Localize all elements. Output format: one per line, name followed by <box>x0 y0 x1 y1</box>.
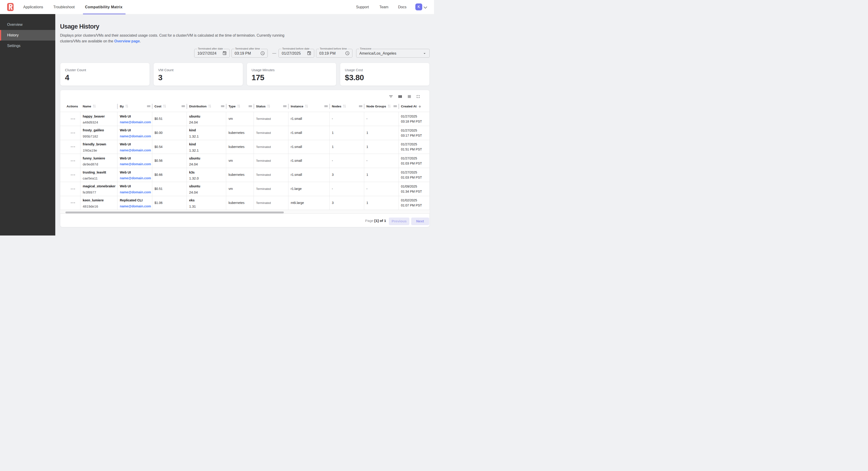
sort-icon[interactable] <box>305 105 308 109</box>
row-actions-button[interactable] <box>71 146 81 147</box>
calendar-icon[interactable] <box>307 51 311 56</box>
column-header-node_groups[interactable]: Node Groups <box>364 100 399 112</box>
nav-tab-applications[interactable]: Applications <box>23 0 43 14</box>
creator-email[interactable]: name@domain.com <box>120 147 152 153</box>
main-content: Usage History Displays prior clusters/VM… <box>55 14 434 235</box>
column-header-type[interactable]: Type <box>226 100 254 112</box>
date-range-separator: — <box>272 51 276 56</box>
nav-link-support[interactable]: Support <box>356 0 369 14</box>
column-menu-icon[interactable] <box>147 105 150 109</box>
column-header-by[interactable]: By <box>118 100 152 112</box>
row-node-groups-cell: - <box>364 112 399 126</box>
sidebar-item-overview[interactable]: Overview <box>0 19 55 30</box>
row-actions-button[interactable] <box>71 132 81 134</box>
column-menu-icon[interactable] <box>182 105 185 109</box>
sort-icon[interactable] <box>343 105 346 109</box>
filter-icon[interactable] <box>389 94 393 99</box>
page-label: Page <box>365 217 373 225</box>
instance-value: m6i.large <box>291 200 330 206</box>
creator-email[interactable]: name@domain.com <box>120 119 152 125</box>
terminated-after-date-field[interactable]: Terminated after date 10/27/2024 <box>194 49 230 58</box>
column-header-nodes[interactable]: Nodes <box>330 100 364 112</box>
column-menu-icon[interactable] <box>394 105 397 109</box>
distribution-name: ubuntu <box>189 183 226 189</box>
columns-icon[interactable] <box>398 94 402 99</box>
calendar-icon[interactable] <box>222 51 227 56</box>
column-menu-icon[interactable] <box>249 105 252 109</box>
column-header-instance[interactable]: Instance <box>288 100 330 112</box>
row-nodes-cell: 3 <box>330 168 364 182</box>
created-by: Replicated CLI <box>120 198 152 203</box>
fullscreen-icon[interactable] <box>416 94 421 99</box>
row-actions-button[interactable] <box>71 174 81 176</box>
row-nodes-cell: - <box>330 154 364 168</box>
nav-tab-compatibility-matrix[interactable]: Compatibility Matrix <box>85 0 123 14</box>
column-menu-icon[interactable] <box>221 105 224 109</box>
creator-email[interactable]: name@domain.com <box>120 203 152 209</box>
previous-page-button[interactable]: Previous <box>389 217 409 225</box>
cluster-id: cae5ea11 <box>83 175 117 181</box>
column-header-distribution[interactable]: Distribution <box>187 100 226 112</box>
cluster-id: 995b7182 <box>83 134 117 139</box>
sort-icon[interactable] <box>93 105 96 109</box>
row-name-cell: happy_beavera48d9324 <box>81 112 118 126</box>
page-description: Displays prior clusters/VMs and their as… <box>60 32 284 44</box>
column-header-cost[interactable]: Cost <box>152 100 187 112</box>
sort-icon[interactable] <box>208 105 211 109</box>
nav-link-docs[interactable]: Docs <box>398 0 406 14</box>
clock-icon[interactable] <box>260 51 265 56</box>
column-menu-icon[interactable] <box>283 105 286 109</box>
row-by-cell: Web UIname@domain.com <box>118 168 152 182</box>
next-page-button[interactable]: Next <box>411 217 429 225</box>
node-groups-value: - <box>367 186 399 192</box>
instance-value: r1.small <box>291 116 330 122</box>
row-status-cell: Terminated <box>254 126 289 140</box>
timezone-select[interactable]: Timezone America/Los_Angeles <box>356 49 430 58</box>
sort-icon[interactable] <box>125 105 128 109</box>
row-actions-button[interactable] <box>71 202 81 203</box>
sidebar-item-history[interactable]: History <box>0 30 55 40</box>
nav-tab-troubleshoot[interactable]: Troubleshoot <box>54 0 75 14</box>
sort-desc-icon[interactable] <box>418 105 422 109</box>
cost-value: $0.66 <box>155 172 187 178</box>
row-actions-button[interactable] <box>71 118 81 120</box>
creator-email[interactable]: name@domain.com <box>120 134 152 139</box>
terminated-after-time-field[interactable]: Terminated after time 03:19 PM <box>231 49 268 58</box>
column-label: Status <box>256 105 266 108</box>
sort-icon[interactable] <box>163 105 166 109</box>
overview-page-link[interactable]: Overview page <box>114 39 140 43</box>
row-by-cell: Web UIname@domain.com <box>118 154 152 168</box>
horizontal-scrollbar[interactable] <box>60 210 430 213</box>
creator-email[interactable]: name@domain.com <box>120 175 152 181</box>
sort-icon[interactable] <box>388 105 391 109</box>
instance-value: r1.small <box>291 144 330 150</box>
stat-card-cluster-count: Cluster Count4 <box>60 63 150 86</box>
column-header-name[interactable]: Name <box>81 100 118 112</box>
scrollbar-thumb[interactable] <box>65 211 284 214</box>
avatar[interactable]: K <box>415 3 422 10</box>
column-label: Instance <box>291 105 303 108</box>
nodes-value: - <box>332 186 364 192</box>
replicated-logo[interactable] <box>7 3 13 11</box>
nav-link-team[interactable]: Team <box>379 0 389 14</box>
sort-icon[interactable] <box>237 105 240 109</box>
clock-icon[interactable] <box>345 51 350 56</box>
row-actions-cell <box>60 168 81 182</box>
creator-email[interactable]: name@domain.com <box>120 189 152 196</box>
column-menu-icon[interactable] <box>359 105 362 109</box>
column-menu-icon[interactable] <box>324 105 328 109</box>
sort-icon[interactable] <box>267 105 270 109</box>
column-header-status[interactable]: Status <box>254 100 289 112</box>
row-actions-button[interactable] <box>71 188 81 189</box>
sidebar-item-settings[interactable]: Settings <box>0 40 55 51</box>
chevron-down-icon[interactable] <box>424 5 427 10</box>
column-header-created_at[interactable]: Created At <box>399 100 430 112</box>
row-created-at-cell: 01/02/202501:07 PM PST <box>399 196 430 210</box>
table-row: trusting_leavittcae5ea11Web UIname@domai… <box>60 168 430 182</box>
terminated-before-time-field[interactable]: Terminated before time 03:19 PM <box>316 49 352 58</box>
terminated-before-date-field[interactable]: Terminated before date 01/27/2025 <box>279 49 314 58</box>
row-actions-button[interactable] <box>71 160 81 161</box>
creator-email[interactable]: name@domain.com <box>120 161 152 167</box>
density-icon[interactable] <box>407 94 412 99</box>
column-label: Cost <box>155 105 161 108</box>
